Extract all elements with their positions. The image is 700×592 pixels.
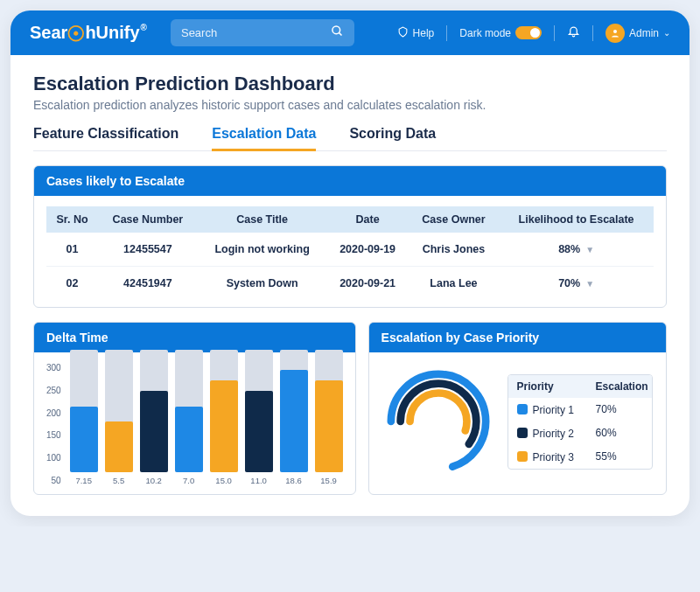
bar-col: 18.6 — [280, 350, 308, 485]
chevron-down-icon: ⌄ — [663, 28, 670, 38]
cell-owner: Chris Jones — [409, 233, 499, 267]
divider — [446, 25, 447, 41]
col-sr: Sr. No — [46, 206, 98, 233]
priority-chart: Priority Escalation Priority 170%Priorit… — [369, 352, 666, 491]
bar-track — [280, 350, 308, 472]
legend-label: Priority 1 — [508, 398, 587, 421]
search-input-wrap[interactable] — [171, 19, 354, 46]
cell-title: Login not working — [198, 233, 327, 267]
col-owner: Case Owner — [409, 206, 499, 233]
bar-track — [140, 350, 168, 472]
cell-pct[interactable]: 88%▼ — [499, 233, 654, 267]
cell-date: 2020-09-21 — [326, 267, 408, 301]
delta-panel-title: Delta Time — [34, 323, 355, 352]
bars-zone: 7.155.510.27.015.011.018.615.9 — [70, 363, 343, 485]
dark-mode-toggle[interactable]: Dark mode — [459, 26, 542, 39]
help-label: Help — [413, 27, 435, 39]
svg-point-5 — [410, 394, 466, 450]
bar-track — [210, 350, 238, 472]
y-axis: 30025020015010050 — [46, 363, 61, 485]
bar-track — [315, 350, 343, 472]
table-row[interactable]: 02 42451947 System Down 2020-09-21 Lana … — [46, 267, 654, 301]
cell-sr: 01 — [46, 233, 98, 267]
col-likelihood: Likelihood to Escalate — [499, 206, 654, 233]
bar-label: 10.2 — [145, 476, 162, 485]
legend-head-priority: Priority — [508, 375, 587, 398]
bar-track — [175, 350, 203, 472]
legend-row: Priority 170% — [508, 398, 652, 421]
bar-label: 18.6 — [285, 476, 302, 485]
toggle-switch[interactable] — [515, 26, 542, 39]
cell-title: System Down — [198, 267, 327, 301]
legend-label: Priority 2 — [508, 421, 587, 445]
cases-table: Sr. No Case Number Case Title Date Case … — [46, 206, 654, 300]
expand-icon[interactable]: ▼ — [585, 279, 594, 289]
search-icon[interactable] — [331, 24, 344, 41]
delta-time-panel: Delta Time 30025020015010050 7.155.510.2… — [33, 322, 356, 495]
bar-col: 5.5 — [105, 350, 133, 485]
shield-icon — [397, 26, 409, 40]
legend-pct: 70% — [587, 398, 652, 421]
priority-panel-title: Escalation by Case Priority — [369, 323, 666, 352]
bar-track — [245, 350, 273, 472]
y-tick: 200 — [46, 408, 61, 418]
swatch-icon — [517, 428, 528, 438]
bar-fill — [70, 407, 98, 472]
cell-date: 2020-09-19 — [326, 233, 408, 267]
cell-sr: 02 — [46, 267, 98, 301]
bar-fill — [245, 391, 273, 472]
help-link[interactable]: Help — [397, 26, 435, 40]
bar-label: 15.9 — [320, 476, 337, 485]
cases-panel: Cases likely to Escalate Sr. No Case Num… — [33, 165, 667, 308]
tab-escalation-data[interactable]: Escalation Data — [212, 126, 316, 151]
donut-chart — [382, 365, 495, 478]
bar-fill — [140, 391, 168, 472]
delta-chart: 30025020015010050 7.155.510.27.015.011.0… — [34, 352, 355, 494]
y-tick: 150 — [46, 430, 61, 440]
y-tick: 300 — [46, 363, 61, 373]
brand-reg: ® — [141, 23, 147, 32]
bar-col: 11.0 — [245, 350, 273, 485]
cell-num: 12455547 — [98, 233, 198, 267]
cell-owner: Lana Lee — [409, 267, 499, 301]
cell-num: 42451947 — [98, 267, 198, 301]
y-tick: 100 — [46, 453, 61, 463]
legend-head-escalation: Escalation — [587, 375, 652, 398]
swatch-icon — [517, 404, 528, 414]
bar-col: 7.0 — [175, 350, 203, 485]
dark-mode-label: Dark mode — [459, 27, 511, 39]
bar-fill — [105, 421, 133, 472]
legend-row: Priority 355% — [508, 445, 652, 469]
priority-legend: Priority Escalation Priority 170%Priorit… — [508, 374, 653, 470]
col-date: Date — [326, 206, 408, 233]
y-tick: 50 — [52, 476, 61, 485]
admin-label: Admin — [629, 27, 659, 39]
priority-panel: Escalation by Case Priority Priority Esc… — [368, 322, 667, 495]
bar-label: 7.0 — [183, 476, 194, 485]
bar-label: 5.5 — [113, 476, 124, 485]
bar-col: 15.0 — [210, 350, 238, 485]
bar-track — [105, 350, 133, 472]
table-row[interactable]: 01 12455547 Login not working 2020-09-19… — [46, 233, 654, 267]
swatch-icon — [517, 451, 528, 462]
tab-scoring-data[interactable]: Scoring Data — [349, 126, 436, 150]
brand-text-2: hUnify — [85, 23, 139, 43]
divider — [554, 25, 555, 41]
page-content: Escalation Prediction Dashboard Escalati… — [10, 55, 690, 516]
bell-icon[interactable] — [567, 24, 580, 41]
user-menu[interactable]: Admin ⌄ — [606, 24, 670, 43]
cell-pct[interactable]: 70%▼ — [499, 267, 654, 301]
col-casenum: Case Number — [98, 206, 198, 233]
legend-row: Priority 260% — [508, 421, 652, 445]
brand-logo: Sear☉hUnify® — [30, 21, 146, 45]
tab-feature-classification[interactable]: Feature Classification — [33, 126, 178, 150]
bar-col: 7.15 — [70, 350, 98, 485]
bar-label: 7.15 — [75, 476, 92, 485]
bar-fill — [315, 380, 343, 472]
cases-panel-title: Cases likely to Escalate — [34, 166, 666, 196]
avatar-icon — [606, 24, 625, 43]
y-tick: 250 — [46, 386, 61, 395]
expand-icon[interactable]: ▼ — [585, 245, 594, 254]
page-subtitle: Escalation prediction analyzes historic … — [33, 98, 667, 112]
search-input[interactable] — [181, 26, 331, 39]
